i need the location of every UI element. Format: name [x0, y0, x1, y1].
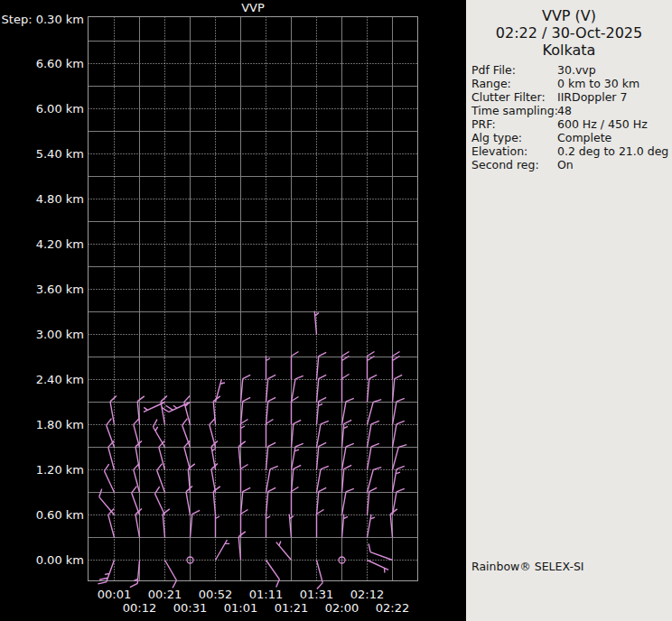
- y-axis-step-label: Step: 0.30 km: [2, 13, 84, 26]
- wind-barb: [393, 420, 405, 449]
- y-axis-label: 2.40 km: [36, 373, 84, 386]
- x-axis-label: 00:52: [199, 588, 232, 601]
- field-value: On: [557, 158, 668, 171]
- product-metadata: Pdf File:30.vvpRange:0 km to 30 kmClutte…: [471, 63, 668, 171]
- wind-barb: [130, 560, 140, 589]
- metadata-row: Elevation:0.2 deg to 21.0 deg: [471, 144, 668, 158]
- field-value: 0 km to 30 km: [557, 77, 668, 90]
- field-label: Elevation:: [471, 144, 557, 158]
- wind-barb: [368, 487, 378, 516]
- brand-footer: Rainbow® SELEX-SI: [471, 560, 584, 573]
- field-value: IIRDoppler 7: [557, 90, 668, 104]
- wind-barb: [210, 441, 222, 470]
- wind-barb: [292, 375, 303, 403]
- wind-barb: [266, 420, 274, 448]
- y-axis-label: 6.60 km: [36, 57, 84, 70]
- x-axis-label: 01:11: [249, 588, 283, 601]
- info-panel: VVP (V) 02:22 / 30-Oct-2025 Kolkata Pdf …: [466, 0, 672, 621]
- field-value: Complete: [557, 131, 668, 144]
- field-label: Time sampling:: [471, 104, 557, 117]
- wind-barb: [368, 514, 376, 538]
- x-axis-label: 02:22: [376, 601, 409, 615]
- x-axis-label: 00:21: [148, 588, 182, 601]
- wind-barb: [241, 465, 248, 493]
- wind-barb: [159, 561, 179, 589]
- wind-barb: [185, 487, 197, 515]
- x-axis-label: 01:01: [224, 601, 257, 615]
- wind-barb: [135, 441, 146, 470]
- wind-barb: [216, 514, 220, 538]
- wind-barb: [153, 487, 171, 514]
- y-axis-label: 3.00 km: [36, 328, 84, 341]
- site-name: Kolkata: [466, 42, 672, 59]
- wind-barb: [241, 420, 248, 448]
- field-label: Alg type:: [471, 131, 557, 144]
- wind-barb: [368, 466, 382, 495]
- field-label: Pdf File:: [471, 63, 557, 77]
- wind-barb: [266, 487, 276, 516]
- wind-barb: [216, 379, 226, 403]
- wind-barb: [292, 420, 302, 449]
- y-axis-label: 6.00 km: [36, 102, 84, 116]
- wind-barb: [292, 352, 299, 380]
- y-axis-label: 3.60 km: [36, 283, 84, 296]
- x-axis-label: 00:01: [98, 588, 131, 601]
- x-axis-label: 01:21: [275, 601, 308, 615]
- wind-barb: [368, 352, 375, 380]
- metadata-row: Time sampling:48: [471, 104, 668, 117]
- wind-barb: [260, 561, 282, 588]
- wind-barb: [317, 442, 327, 471]
- wind-barb: [342, 465, 352, 494]
- wind-barb: [191, 510, 201, 539]
- wind-barb: [155, 464, 172, 493]
- field-value: 600 Hz / 450 Hz: [557, 117, 668, 131]
- wind-barb: [368, 375, 378, 403]
- wind-barb: [135, 509, 146, 538]
- wind-barb: [216, 540, 231, 562]
- wind-barb: [368, 442, 379, 471]
- x-axis-label: 00:12: [123, 601, 156, 615]
- metadata-row: Alg type:Complete: [471, 131, 668, 144]
- wind-barb: [213, 396, 223, 425]
- metadata-row: Clutter Filter:IIRDoppler 7: [471, 90, 668, 104]
- wind-barb: [366, 561, 388, 574]
- x-axis-label: 01:31: [300, 588, 333, 601]
- wind-barb: [342, 375, 350, 403]
- field-label: Clutter Filter:: [471, 90, 557, 104]
- y-axis-label: 0.00 km: [36, 553, 84, 567]
- wind-barb: [292, 397, 299, 425]
- wind-barb: [317, 510, 324, 538]
- wind-barb: [130, 487, 146, 515]
- wind-barb: [102, 464, 120, 492]
- wind-barb: [289, 514, 295, 537]
- wind-barb: [137, 396, 147, 425]
- wind-barb: [238, 532, 248, 561]
- metadata-row: Pdf File:30.vvp: [471, 63, 668, 77]
- wind-barb: [342, 487, 354, 516]
- wind-barb: [292, 487, 299, 515]
- y-axis-label: 4.80 km: [36, 192, 84, 206]
- y-axis-label: 1.20 km: [36, 463, 84, 477]
- chart-title: VVP: [241, 1, 265, 14]
- metadata-row: Second reg:On: [471, 158, 668, 171]
- wind-barb: [98, 558, 114, 587]
- field-value: 0.2 deg to 21.0 deg: [557, 144, 668, 158]
- y-axis-label: 1.80 km: [36, 418, 84, 431]
- wind-barb: [109, 396, 121, 425]
- wind-barb: [105, 419, 121, 448]
- product-title: VVP (V): [466, 7, 672, 24]
- field-label: PRF:: [471, 117, 557, 131]
- y-axis-label: 4.20 km: [36, 237, 84, 251]
- wind-barb: [342, 420, 352, 449]
- wind-barb: [314, 310, 321, 334]
- wind-barb: [181, 419, 197, 448]
- wind-barb: [317, 397, 327, 426]
- wind-barb: [390, 509, 400, 538]
- wind-barb: [393, 352, 400, 380]
- wind-barb: [366, 543, 395, 560]
- field-label: Second reg:: [471, 158, 557, 171]
- timestamp: 02:22 / 30-Oct-2025: [466, 24, 672, 42]
- wind-barb: [342, 514, 349, 538]
- field-value: 30.vvp: [557, 63, 668, 77]
- wind-barb: [241, 510, 248, 538]
